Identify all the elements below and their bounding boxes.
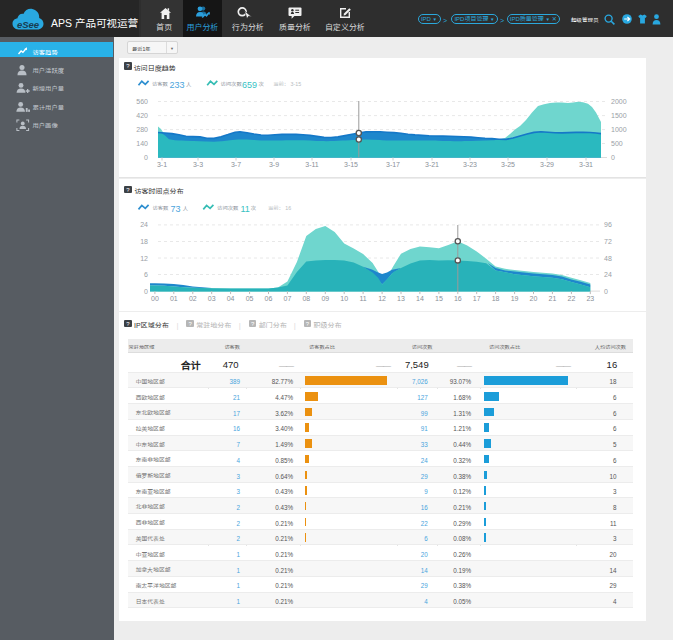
svg-text:18: 18 [492,293,500,303]
svg-text:21: 21 [549,293,557,303]
svg-text:24: 24 [604,269,612,279]
svg-text:3-23: 3-23 [463,159,477,169]
svg-text:3-11: 3-11 [305,159,319,169]
svg-text:访客数: 访客数 [153,204,170,212]
svg-text:6: 6 [144,269,148,279]
svg-text:3-7: 3-7 [231,159,241,169]
svg-text:04: 04 [227,293,235,303]
svg-text:22: 22 [568,293,576,303]
svg-text:3-15: 3-15 [344,159,358,169]
svg-text:72: 72 [604,236,612,246]
svg-text:280: 280 [136,124,148,134]
svg-text:24: 24 [140,219,148,229]
svg-text:3-3: 3-3 [193,159,203,169]
svg-text:0: 0 [144,152,148,162]
svg-text:09: 09 [321,293,329,303]
svg-text:06: 06 [265,293,273,303]
svg-text:0: 0 [611,152,615,162]
svg-text:16: 16 [454,293,462,303]
svg-text:00: 00 [151,293,159,303]
svg-text:1000: 1000 [611,124,627,134]
svg-text:08: 08 [302,293,310,303]
svg-text:人: 人 [183,204,189,212]
svg-text:15: 15 [435,293,443,303]
svg-text:48: 48 [604,253,612,263]
svg-text:73: 73 [170,202,180,215]
svg-text:233: 233 [170,78,185,91]
svg-text:659: 659 [242,78,257,91]
svg-text:12: 12 [140,253,148,263]
svg-text:当前： 16: 当前： 16 [268,204,291,212]
svg-text:次: 次 [251,204,257,212]
svg-text:07: 07 [284,293,292,303]
svg-text:10: 10 [340,293,348,303]
svg-text:0: 0 [144,286,148,296]
svg-text:当前： 3-15: 当前： 3-15 [273,80,301,88]
svg-text:eSee: eSee [17,18,40,29]
svg-text:03: 03 [208,293,216,303]
svg-text:560: 560 [136,96,148,106]
svg-text:140: 140 [136,138,148,148]
svg-text:访问次数: 访问次数 [217,204,239,212]
svg-text:访客数: 访客数 [152,80,169,88]
svg-text:2000: 2000 [611,96,627,106]
svg-text:3-21: 3-21 [425,159,439,169]
svg-text:次: 次 [259,80,265,88]
svg-text:18: 18 [140,236,148,246]
svg-text:3-25: 3-25 [501,159,515,169]
svg-text:3-29: 3-29 [540,159,554,169]
svg-text:12: 12 [378,293,386,303]
svg-text:人: 人 [186,80,192,88]
svg-text:02: 02 [189,293,197,303]
svg-text:19: 19 [511,293,519,303]
svg-text:14: 14 [416,293,424,303]
svg-text:13: 13 [397,293,405,303]
svg-text:96: 96 [604,219,612,229]
svg-text:3-1: 3-1 [157,159,167,169]
svg-text:05: 05 [246,293,254,303]
svg-text:0: 0 [604,286,608,296]
svg-text:访问次数: 访问次数 [221,80,243,88]
svg-text:23: 23 [586,293,594,303]
svg-text:500: 500 [611,138,623,148]
svg-text:3-17: 3-17 [386,159,400,169]
svg-text:20: 20 [530,293,538,303]
svg-text:11: 11 [359,293,366,303]
svg-text:420: 420 [136,110,148,120]
svg-text:11: 11 [240,202,249,215]
svg-text:1500: 1500 [611,110,627,120]
svg-text:3-31: 3-31 [579,159,593,169]
svg-text:01: 01 [170,293,178,303]
svg-text:3-9: 3-9 [269,159,279,169]
svg-text:17: 17 [473,293,481,303]
